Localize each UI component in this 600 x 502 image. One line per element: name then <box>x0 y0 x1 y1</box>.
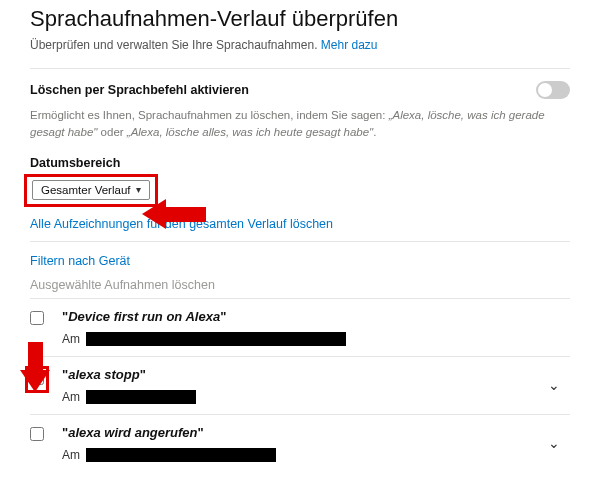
toggle-knob <box>538 83 552 97</box>
helper-prefix: Ermöglicht es Ihnen, Sprachaufnahmen zu … <box>30 109 389 121</box>
recording-title: "alexa stopp" <box>62 367 530 382</box>
recording-meta-prefix: Am <box>62 390 80 404</box>
recording-meta: Am <box>62 332 530 346</box>
chevron-down-icon: ▾ <box>136 184 141 195</box>
recording-meta-prefix: Am <box>62 448 80 462</box>
redacted-text <box>86 332 346 346</box>
voice-delete-toggle[interactable] <box>536 81 570 99</box>
recording-meta: Am <box>62 448 530 462</box>
filter-by-device-link[interactable]: Filtern nach Gerät <box>30 254 570 268</box>
delete-selected-link[interactable]: Ausgewählte Aufnahmen löschen <box>30 278 570 292</box>
page-subtitle: Überprüfen und verwalten Sie Ihre Sprach… <box>30 38 570 52</box>
recording-body: "alexa wird angerufen"Am <box>62 425 530 462</box>
recording-body: "alexa stopp"Am <box>62 367 530 404</box>
checkbox-wrap <box>30 425 48 441</box>
date-range-value: Gesamter Verlauf <box>41 184 130 196</box>
page-title: Sprachaufnahmen-Verlauf überprüfen <box>30 6 570 32</box>
date-range-select[interactable]: Gesamter Verlauf ▾ <box>32 180 150 200</box>
divider <box>30 241 570 242</box>
date-range-label: Datumsbereich <box>30 156 570 170</box>
expand-icon[interactable]: ⌄ <box>544 377 564 393</box>
recording-body: "Device first run on Alexa"Am <box>62 309 530 346</box>
recordings-list: "Device first run on Alexa"Am"alexa stop… <box>30 298 570 472</box>
subtitle-text: Überprüfen und verwalten Sie Ihre Sprach… <box>30 38 321 52</box>
recording-title: "Device first run on Alexa" <box>62 309 530 324</box>
annotation-highlight-checkbox <box>25 366 49 393</box>
delete-all-link[interactable]: Alle Aufzeichnungen für den gesamten Ver… <box>30 217 570 231</box>
recording-checkbox[interactable] <box>30 371 44 385</box>
voice-delete-label: Löschen per Sprachbefehl aktivieren <box>30 83 249 97</box>
expand-icon[interactable]: ⌄ <box>544 435 564 451</box>
recording-item[interactable]: "alexa stopp"Am⌄ <box>30 356 570 414</box>
recording-meta-prefix: Am <box>62 332 80 346</box>
divider <box>30 68 570 69</box>
recording-title: "alexa wird angerufen" <box>62 425 530 440</box>
helper-suffix: . <box>373 126 376 138</box>
recording-item[interactable]: "Device first run on Alexa"Am <box>30 298 570 356</box>
recording-item[interactable]: "alexa wird angerufen"Am⌄ <box>30 414 570 472</box>
recording-meta: Am <box>62 390 530 404</box>
redacted-text <box>86 448 276 462</box>
helper-or: oder <box>97 126 126 138</box>
learn-more-link[interactable]: Mehr dazu <box>321 38 378 52</box>
voice-delete-helper: Ermöglicht es Ihnen, Sprachaufnahmen zu … <box>30 107 570 142</box>
recording-checkbox[interactable] <box>30 427 44 441</box>
annotation-highlight-select: Gesamter Verlauf ▾ <box>24 174 158 207</box>
checkbox-wrap <box>30 367 48 393</box>
redacted-text <box>86 390 196 404</box>
checkbox-wrap <box>30 309 48 325</box>
helper-quote-2: „Alexa, lösche alles, was ich heute gesa… <box>127 126 373 138</box>
recording-checkbox[interactable] <box>30 311 44 325</box>
